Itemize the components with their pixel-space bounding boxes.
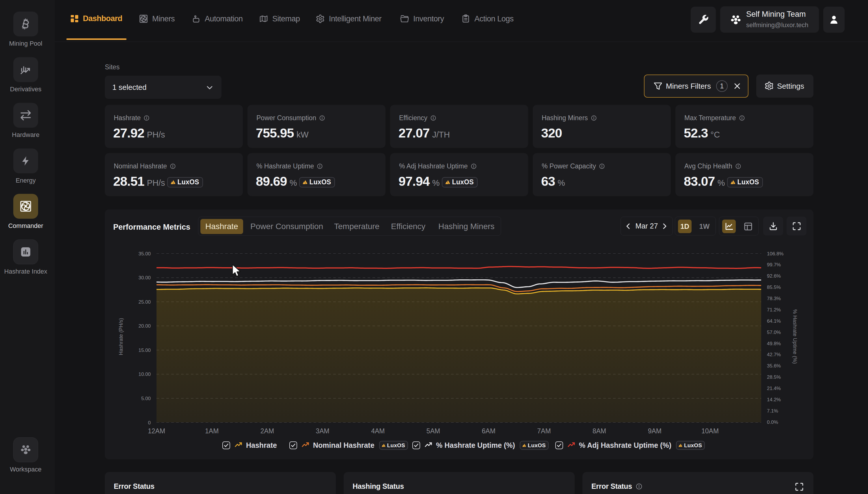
svg-text:20.00: 20.00 <box>138 323 151 329</box>
svg-text:15.00: 15.00 <box>138 347 151 353</box>
svg-text:30.00: 30.00 <box>138 275 151 281</box>
svg-text:64.1%: 64.1% <box>767 318 781 324</box>
svg-text:10.00: 10.00 <box>138 372 151 377</box>
svg-text:57.0%: 57.0% <box>767 330 781 335</box>
svg-text:0.0%: 0.0% <box>767 419 778 425</box>
svg-text:7AM: 7AM <box>537 427 551 435</box>
svg-text:8AM: 8AM <box>593 427 606 435</box>
svg-text:7.1%: 7.1% <box>767 408 778 414</box>
svg-text:Hashrate (PH/s): Hashrate (PH/s) <box>118 318 124 355</box>
svg-text:25.00: 25.00 <box>138 299 151 305</box>
svg-text:5.00: 5.00 <box>141 396 151 401</box>
svg-text:9AM: 9AM <box>648 427 662 435</box>
svg-text:71.2%: 71.2% <box>767 307 781 312</box>
svg-text:1AM: 1AM <box>205 427 219 435</box>
svg-text:3AM: 3AM <box>316 427 329 435</box>
svg-text:% Hashrate Uptime (%): % Hashrate Uptime (%) <box>792 309 798 364</box>
svg-text:14.2%: 14.2% <box>767 397 781 402</box>
svg-text:49.8%: 49.8% <box>767 341 781 346</box>
svg-text:42.7%: 42.7% <box>767 352 781 357</box>
svg-text:2AM: 2AM <box>260 427 274 435</box>
svg-text:4AM: 4AM <box>371 427 384 435</box>
svg-text:0: 0 <box>148 420 151 425</box>
svg-text:92.6%: 92.6% <box>767 273 781 279</box>
svg-text:21.4%: 21.4% <box>767 386 781 391</box>
svg-text:99.7%: 99.7% <box>767 262 781 267</box>
svg-text:35.00: 35.00 <box>138 251 151 256</box>
svg-text:78.3%: 78.3% <box>767 296 781 301</box>
svg-text:85.5%: 85.5% <box>767 285 781 290</box>
svg-text:28.5%: 28.5% <box>767 374 781 380</box>
svg-text:6AM: 6AM <box>482 427 495 435</box>
svg-text:106.8%: 106.8% <box>767 251 784 256</box>
svg-text:35.6%: 35.6% <box>767 363 781 368</box>
svg-text:10AM: 10AM <box>702 427 719 435</box>
svg-text:5AM: 5AM <box>427 427 440 435</box>
svg-text:12AM: 12AM <box>148 427 165 435</box>
